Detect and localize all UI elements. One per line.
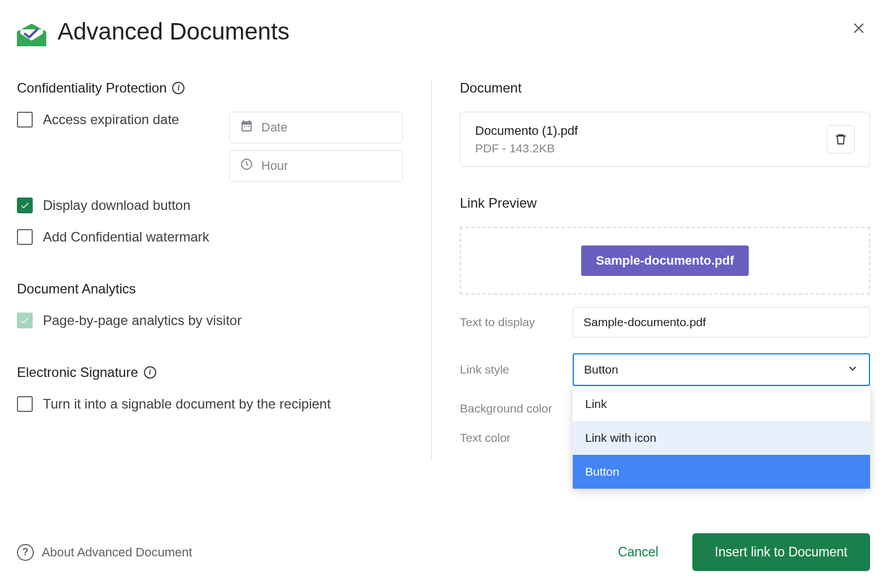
text-to-display-label: Text to display — [460, 315, 573, 329]
confidentiality-title: Confidentiality Protection i — [17, 80, 403, 96]
text-to-display-input[interactable]: Sample-documento.pdf — [573, 307, 870, 337]
trash-icon — [834, 133, 848, 146]
link-style-select[interactable]: Button Link Link with icon Button — [573, 353, 870, 386]
signature-title: Electronic Signature i — [17, 365, 403, 380]
page-analytics-checkbox[interactable] — [17, 313, 33, 328]
about-link[interactable]: ? About Advanced Document — [17, 544, 192, 561]
cancel-button[interactable]: Cancel — [607, 538, 670, 567]
preview-button: Sample-documento.pdf — [581, 245, 748, 276]
date-input[interactable]: Date — [229, 112, 403, 143]
info-icon[interactable]: i — [144, 366, 156, 379]
delete-document-button[interactable] — [827, 125, 855, 153]
insert-link-button[interactable]: Insert link to Document — [692, 533, 870, 571]
app-icon — [17, 17, 46, 46]
link-style-dropdown: Link Link with icon Button — [573, 387, 870, 489]
date-placeholder: Date — [261, 120, 287, 135]
dialog-title: Advanced Documents — [58, 18, 289, 45]
chevron-down-icon — [846, 362, 859, 378]
document-section-title: Document — [460, 80, 870, 96]
signable-label: Turn it into a signable document by the … — [43, 396, 331, 412]
signable-checkbox[interactable] — [17, 396, 33, 412]
close-icon — [850, 20, 867, 37]
access-expiration-label: Access expiration date — [43, 112, 179, 128]
access-expiration-row: Access expiration date Date Hour — [17, 112, 403, 182]
link-style-label: Link style — [460, 363, 573, 376]
link-style-value: Button — [584, 363, 618, 376]
hour-input[interactable]: Hour — [229, 150, 403, 182]
confidentiality-title-text: Confidentiality Protection — [17, 80, 166, 96]
info-icon[interactable]: i — [172, 82, 185, 94]
link-preview-box: Sample-documento.pdf — [460, 227, 870, 295]
hour-placeholder: Hour — [261, 159, 288, 173]
analytics-title: Document Analytics — [17, 281, 403, 297]
page-analytics-label: Page-by-page analytics by visitor — [43, 313, 241, 328]
document-card: Documento (1).pdf PDF - 143.2KB — [460, 112, 870, 167]
dropdown-option-button[interactable]: Button — [573, 455, 870, 489]
document-name: Documento (1).pdf — [475, 124, 578, 138]
access-expiration-checkbox[interactable] — [17, 112, 33, 128]
clock-icon — [240, 157, 253, 174]
add-watermark-checkbox[interactable] — [17, 229, 33, 245]
signature-title-text: Electronic Signature — [17, 365, 138, 380]
dropdown-option-link-with-icon[interactable]: Link with icon — [573, 421, 870, 455]
text-color-label: Text color — [460, 431, 573, 445]
dialog-header: Advanced Documents — [17, 17, 870, 46]
link-preview-title: Link Preview — [460, 195, 870, 211]
dropdown-option-link[interactable]: Link — [573, 387, 870, 421]
background-color-label: Background color — [460, 402, 573, 415]
about-link-text: About Advanced Document — [42, 545, 192, 560]
help-icon: ? — [17, 544, 34, 561]
display-download-label: Display download button — [43, 198, 191, 213]
dialog-footer: ? About Advanced Document Cancel Insert … — [17, 533, 870, 571]
add-watermark-label: Add Confidential watermark — [43, 229, 209, 245]
right-column: Document Documento (1).pdf PDF - 143.2KB… — [432, 80, 870, 460]
display-download-checkbox[interactable] — [17, 198, 33, 213]
left-column: Confidentiality Protection i Access expi… — [17, 80, 432, 460]
calendar-icon — [240, 119, 253, 136]
document-meta: PDF - 143.2KB — [475, 142, 578, 155]
close-button[interactable] — [850, 20, 867, 39]
